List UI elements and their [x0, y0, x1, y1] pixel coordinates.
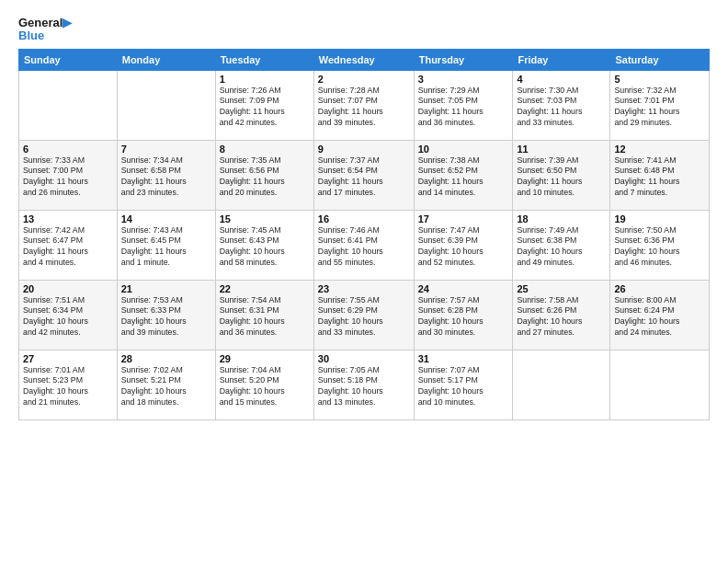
day-number: 10 [418, 144, 509, 155]
calendar-cell: 15Sunrise: 7:45 AMSunset: 6:43 PMDayligh… [215, 210, 313, 280]
cell-info: Sunrise: 7:34 AMSunset: 6:58 PMDaylight:… [121, 155, 211, 200]
day-number: 30 [318, 353, 410, 364]
cell-info: Sunrise: 7:49 AMSunset: 6:38 PMDaylight:… [517, 225, 606, 270]
weekday-header-friday: Friday [513, 49, 610, 70]
calendar-cell: 27Sunrise: 7:01 AMSunset: 5:23 PMDayligh… [19, 350, 118, 419]
calendar-cell: 28Sunrise: 7:02 AMSunset: 5:21 PMDayligh… [117, 350, 215, 419]
cell-info: Sunrise: 7:47 AMSunset: 6:39 PMDaylight:… [418, 225, 509, 270]
calendar-cell [19, 70, 118, 140]
cell-info: Sunrise: 7:30 AMSunset: 7:03 PMDaylight:… [517, 86, 606, 130]
cell-info: Sunrise: 7:54 AMSunset: 6:31 PMDaylight:… [220, 295, 310, 339]
day-number: 22 [220, 283, 310, 294]
day-number: 20 [23, 283, 113, 294]
day-number: 11 [517, 144, 606, 155]
day-number: 2 [318, 74, 410, 85]
calendar-cell [117, 70, 215, 140]
day-number: 1 [220, 74, 310, 85]
cell-info: Sunrise: 7:07 AMSunset: 5:17 PMDaylight:… [418, 365, 509, 409]
cell-info: Sunrise: 7:41 AMSunset: 6:48 PMDaylight:… [614, 155, 705, 200]
cell-info: Sunrise: 7:38 AMSunset: 6:52 PMDaylight:… [418, 155, 509, 200]
calendar-table: SundayMondayTuesdayWednesdayThursdayFrid… [18, 49, 710, 420]
cell-info: Sunrise: 7:42 AMSunset: 6:47 PMDaylight:… [23, 225, 113, 270]
calendar-week-3: 20Sunrise: 7:51 AMSunset: 6:34 PMDayligh… [19, 280, 710, 350]
day-number: 21 [121, 283, 211, 294]
calendar-cell: 29Sunrise: 7:04 AMSunset: 5:20 PMDayligh… [215, 350, 313, 419]
calendar-cell: 10Sunrise: 7:38 AMSunset: 6:52 PMDayligh… [414, 140, 513, 210]
calendar-week-2: 13Sunrise: 7:42 AMSunset: 6:47 PMDayligh… [19, 210, 710, 280]
weekday-header-monday: Monday [117, 49, 215, 70]
calendar-cell: 2Sunrise: 7:28 AMSunset: 7:07 PMDaylight… [313, 70, 414, 140]
calendar-cell [610, 350, 710, 419]
calendar-cell: 13Sunrise: 7:42 AMSunset: 6:47 PMDayligh… [19, 210, 118, 280]
cell-info: Sunrise: 7:29 AMSunset: 7:05 PMDaylight:… [418, 86, 509, 130]
cell-info: Sunrise: 7:45 AMSunset: 6:43 PMDaylight:… [220, 225, 310, 270]
calendar-cell: 26Sunrise: 8:00 AMSunset: 6:24 PMDayligh… [610, 280, 710, 350]
cell-info: Sunrise: 7:58 AMSunset: 6:26 PMDaylight:… [517, 295, 606, 339]
logo-text: General▶ Blue [18, 17, 72, 43]
day-number: 3 [418, 74, 509, 85]
cell-info: Sunrise: 7:43 AMSunset: 6:45 PMDaylight:… [121, 225, 211, 270]
cell-info: Sunrise: 7:04 AMSunset: 5:20 PMDaylight:… [220, 365, 310, 409]
day-number: 16 [318, 213, 410, 224]
day-number: 12 [614, 144, 705, 155]
calendar-cell: 19Sunrise: 7:50 AMSunset: 6:36 PMDayligh… [610, 210, 710, 280]
day-number: 28 [121, 353, 211, 364]
cell-info: Sunrise: 7:32 AMSunset: 7:01 PMDaylight:… [614, 86, 705, 130]
calendar-cell: 11Sunrise: 7:39 AMSunset: 6:50 PMDayligh… [513, 140, 610, 210]
cell-info: Sunrise: 7:35 AMSunset: 6:56 PMDaylight:… [220, 155, 310, 200]
cell-info: Sunrise: 7:50 AMSunset: 6:36 PMDaylight:… [614, 225, 705, 270]
calendar-cell: 20Sunrise: 7:51 AMSunset: 6:34 PMDayligh… [19, 280, 118, 350]
day-number: 27 [23, 353, 113, 364]
day-number: 5 [614, 74, 705, 85]
calendar-cell: 7Sunrise: 7:34 AMSunset: 6:58 PMDaylight… [117, 140, 215, 210]
calendar-week-1: 6Sunrise: 7:33 AMSunset: 7:00 PMDaylight… [19, 140, 710, 210]
calendar-cell: 3Sunrise: 7:29 AMSunset: 7:05 PMDaylight… [414, 70, 513, 140]
day-number: 17 [418, 213, 509, 224]
day-number: 19 [614, 213, 705, 224]
day-number: 31 [418, 353, 509, 364]
calendar-cell: 16Sunrise: 7:46 AMSunset: 6:41 PMDayligh… [313, 210, 414, 280]
calendar-cell: 6Sunrise: 7:33 AMSunset: 7:00 PMDaylight… [19, 140, 118, 210]
cell-info: Sunrise: 7:05 AMSunset: 5:18 PMDaylight:… [318, 365, 410, 409]
calendar-cell: 9Sunrise: 7:37 AMSunset: 6:54 PMDaylight… [313, 140, 414, 210]
cell-info: Sunrise: 7:51 AMSunset: 6:34 PMDaylight:… [23, 295, 113, 339]
day-number: 8 [220, 144, 310, 155]
cell-info: Sunrise: 7:02 AMSunset: 5:21 PMDaylight:… [121, 365, 211, 409]
day-number: 14 [121, 213, 211, 224]
calendar-cell: 23Sunrise: 7:55 AMSunset: 6:29 PMDayligh… [313, 280, 414, 350]
calendar-cell: 12Sunrise: 7:41 AMSunset: 6:48 PMDayligh… [610, 140, 710, 210]
calendar-cell: 17Sunrise: 7:47 AMSunset: 6:39 PMDayligh… [414, 210, 513, 280]
logo: General▶ Blue [18, 17, 72, 43]
cell-info: Sunrise: 7:39 AMSunset: 6:50 PMDaylight:… [517, 155, 606, 200]
cell-info: Sunrise: 7:01 AMSunset: 5:23 PMDaylight:… [23, 365, 113, 409]
calendar-cell: 14Sunrise: 7:43 AMSunset: 6:45 PMDayligh… [117, 210, 215, 280]
cell-info: Sunrise: 8:00 AMSunset: 6:24 PMDaylight:… [614, 295, 705, 339]
cell-info: Sunrise: 7:33 AMSunset: 7:00 PMDaylight:… [23, 155, 113, 200]
cell-info: Sunrise: 7:26 AMSunset: 7:09 PMDaylight:… [220, 86, 310, 130]
calendar-cell: 21Sunrise: 7:53 AMSunset: 6:33 PMDayligh… [117, 280, 215, 350]
cell-info: Sunrise: 7:37 AMSunset: 6:54 PMDaylight:… [318, 155, 410, 200]
cell-info: Sunrise: 7:53 AMSunset: 6:33 PMDaylight:… [121, 295, 211, 339]
day-number: 29 [220, 353, 310, 364]
calendar-cell [513, 350, 610, 419]
day-number: 15 [220, 213, 310, 224]
weekday-header-tuesday: Tuesday [215, 49, 313, 70]
day-number: 23 [318, 283, 410, 294]
calendar-week-4: 27Sunrise: 7:01 AMSunset: 5:23 PMDayligh… [19, 350, 710, 419]
weekday-header-saturday: Saturday [610, 49, 710, 70]
day-number: 24 [418, 283, 509, 294]
calendar-cell: 18Sunrise: 7:49 AMSunset: 6:38 PMDayligh… [513, 210, 610, 280]
day-number: 13 [23, 213, 113, 224]
cell-info: Sunrise: 7:28 AMSunset: 7:07 PMDaylight:… [318, 86, 410, 130]
calendar-cell: 31Sunrise: 7:07 AMSunset: 5:17 PMDayligh… [414, 350, 513, 419]
weekday-header-wednesday: Wednesday [313, 49, 414, 70]
day-number: 26 [614, 283, 705, 294]
day-number: 6 [23, 144, 113, 155]
calendar-cell: 30Sunrise: 7:05 AMSunset: 5:18 PMDayligh… [313, 350, 414, 419]
day-number: 9 [318, 144, 410, 155]
weekday-header-sunday: Sunday [19, 49, 118, 70]
weekday-header-thursday: Thursday [414, 49, 513, 70]
day-number: 4 [517, 74, 606, 85]
day-number: 25 [517, 283, 606, 294]
calendar-cell: 4Sunrise: 7:30 AMSunset: 7:03 PMDaylight… [513, 70, 610, 140]
